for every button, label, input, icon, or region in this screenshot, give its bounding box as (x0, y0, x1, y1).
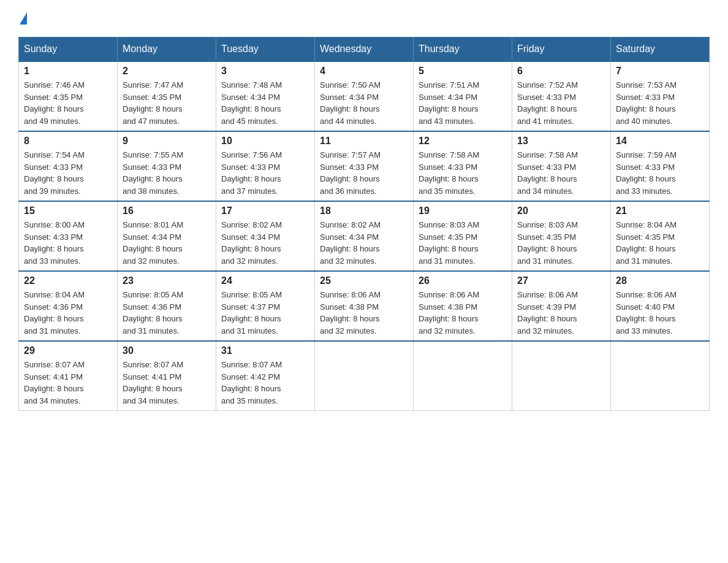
calendar-cell: 6 Sunrise: 7:52 AM Sunset: 4:33 PM Dayli… (512, 61, 611, 131)
column-header-monday: Monday (118, 37, 216, 62)
day-info: Sunrise: 7:50 AM Sunset: 4:34 PM Dayligh… (320, 79, 408, 127)
calendar-cell: 11 Sunrise: 7:57 AM Sunset: 4:33 PM Dayl… (315, 131, 414, 201)
day-number: 26 (419, 275, 507, 286)
day-info: Sunrise: 8:03 AM Sunset: 4:35 PM Dayligh… (517, 219, 605, 267)
calendar-cell: 15 Sunrise: 8:00 AM Sunset: 4:33 PM Dayl… (19, 201, 118, 271)
day-info: Sunrise: 8:06 AM Sunset: 4:39 PM Dayligh… (517, 289, 605, 337)
day-number: 12 (419, 136, 507, 147)
day-info: Sunrise: 8:04 AM Sunset: 4:35 PM Dayligh… (616, 219, 704, 267)
day-number: 25 (320, 275, 408, 286)
week-row-5: 29 Sunrise: 8:07 AM Sunset: 4:41 PM Dayl… (19, 341, 710, 411)
logo (18, 12, 28, 25)
day-info: Sunrise: 8:05 AM Sunset: 4:36 PM Dayligh… (123, 289, 211, 337)
day-number: 27 (517, 275, 605, 286)
day-info: Sunrise: 8:01 AM Sunset: 4:34 PM Dayligh… (123, 219, 211, 267)
day-info: Sunrise: 7:56 AM Sunset: 4:33 PM Dayligh… (221, 149, 309, 197)
day-number: 17 (221, 205, 309, 216)
day-number: 18 (320, 205, 408, 216)
day-number: 24 (221, 275, 309, 286)
day-info: Sunrise: 7:51 AM Sunset: 4:34 PM Dayligh… (419, 79, 507, 127)
day-info: Sunrise: 7:58 AM Sunset: 4:33 PM Dayligh… (419, 149, 507, 197)
day-number: 2 (123, 66, 211, 77)
day-info: Sunrise: 7:52 AM Sunset: 4:33 PM Dayligh… (517, 79, 605, 127)
day-info: Sunrise: 8:02 AM Sunset: 4:34 PM Dayligh… (320, 219, 408, 267)
day-number: 13 (517, 136, 605, 147)
day-info: Sunrise: 8:06 AM Sunset: 4:38 PM Dayligh… (419, 289, 507, 337)
day-number: 7 (616, 66, 704, 77)
day-number: 15 (24, 205, 112, 216)
calendar-cell: 17 Sunrise: 8:02 AM Sunset: 4:34 PM Dayl… (216, 201, 315, 271)
day-number: 3 (221, 66, 309, 77)
calendar-cell (512, 341, 611, 411)
day-info: Sunrise: 8:04 AM Sunset: 4:36 PM Dayligh… (24, 289, 112, 337)
calendar-cell: 14 Sunrise: 7:59 AM Sunset: 4:33 PM Dayl… (611, 131, 710, 201)
calendar-cell: 21 Sunrise: 8:04 AM Sunset: 4:35 PM Dayl… (611, 201, 710, 271)
calendar-cell: 31 Sunrise: 8:07 AM Sunset: 4:42 PM Dayl… (216, 341, 315, 411)
day-info: Sunrise: 7:47 AM Sunset: 4:35 PM Dayligh… (123, 79, 211, 127)
week-row-2: 8 Sunrise: 7:54 AM Sunset: 4:33 PM Dayli… (19, 131, 710, 201)
calendar-cell: 19 Sunrise: 8:03 AM Sunset: 4:35 PM Dayl… (414, 201, 512, 271)
week-row-4: 22 Sunrise: 8:04 AM Sunset: 4:36 PM Dayl… (19, 271, 710, 341)
page-header (18, 12, 710, 25)
day-info: Sunrise: 8:07 AM Sunset: 4:42 PM Dayligh… (221, 359, 309, 407)
day-info: Sunrise: 7:53 AM Sunset: 4:33 PM Dayligh… (616, 79, 704, 127)
calendar-cell: 13 Sunrise: 7:58 AM Sunset: 4:33 PM Dayl… (512, 131, 611, 201)
calendar-cell: 2 Sunrise: 7:47 AM Sunset: 4:35 PM Dayli… (118, 61, 216, 131)
calendar-cell: 20 Sunrise: 8:03 AM Sunset: 4:35 PM Dayl… (512, 201, 611, 271)
logo-triangle-icon (20, 12, 27, 25)
day-number: 19 (419, 205, 507, 216)
day-number: 20 (517, 205, 605, 216)
column-header-tuesday: Tuesday (216, 37, 315, 62)
calendar-cell: 9 Sunrise: 7:55 AM Sunset: 4:33 PM Dayli… (118, 131, 216, 201)
day-info: Sunrise: 7:55 AM Sunset: 4:33 PM Dayligh… (123, 149, 211, 197)
calendar-cell: 22 Sunrise: 8:04 AM Sunset: 4:36 PM Dayl… (19, 271, 118, 341)
calendar-cell: 18 Sunrise: 8:02 AM Sunset: 4:34 PM Dayl… (315, 201, 414, 271)
week-row-3: 15 Sunrise: 8:00 AM Sunset: 4:33 PM Dayl… (19, 201, 710, 271)
day-info: Sunrise: 7:54 AM Sunset: 4:33 PM Dayligh… (24, 149, 112, 197)
day-info: Sunrise: 8:07 AM Sunset: 4:41 PM Dayligh… (24, 359, 112, 407)
day-number: 31 (221, 345, 309, 356)
calendar-cell: 25 Sunrise: 8:06 AM Sunset: 4:38 PM Dayl… (315, 271, 414, 341)
calendar-cell: 16 Sunrise: 8:01 AM Sunset: 4:34 PM Dayl… (118, 201, 216, 271)
calendar-cell: 28 Sunrise: 8:06 AM Sunset: 4:40 PM Dayl… (611, 271, 710, 341)
day-info: Sunrise: 8:06 AM Sunset: 4:40 PM Dayligh… (616, 289, 704, 337)
calendar-cell: 7 Sunrise: 7:53 AM Sunset: 4:33 PM Dayli… (611, 61, 710, 131)
calendar-cell: 23 Sunrise: 8:05 AM Sunset: 4:36 PM Dayl… (118, 271, 216, 341)
day-number: 21 (616, 205, 704, 216)
day-info: Sunrise: 7:58 AM Sunset: 4:33 PM Dayligh… (517, 149, 605, 197)
day-info: Sunrise: 8:07 AM Sunset: 4:41 PM Dayligh… (123, 359, 211, 407)
day-number: 11 (320, 136, 408, 147)
day-number: 22 (24, 275, 112, 286)
day-number: 5 (419, 66, 507, 77)
calendar-cell: 27 Sunrise: 8:06 AM Sunset: 4:39 PM Dayl… (512, 271, 611, 341)
calendar-cell: 5 Sunrise: 7:51 AM Sunset: 4:34 PM Dayli… (414, 61, 512, 131)
column-header-thursday: Thursday (414, 37, 512, 62)
calendar-cell: 29 Sunrise: 8:07 AM Sunset: 4:41 PM Dayl… (19, 341, 118, 411)
calendar-cell (611, 341, 710, 411)
calendar-cell: 24 Sunrise: 8:05 AM Sunset: 4:37 PM Dayl… (216, 271, 315, 341)
day-number: 9 (123, 136, 211, 147)
day-number: 14 (616, 136, 704, 147)
day-number: 8 (24, 136, 112, 147)
day-number: 16 (123, 205, 211, 216)
calendar-cell: 8 Sunrise: 7:54 AM Sunset: 4:33 PM Dayli… (19, 131, 118, 201)
calendar-cell: 12 Sunrise: 7:58 AM Sunset: 4:33 PM Dayl… (414, 131, 512, 201)
day-number: 30 (123, 345, 211, 356)
calendar-cell: 10 Sunrise: 7:56 AM Sunset: 4:33 PM Dayl… (216, 131, 315, 201)
calendar-table: SundayMondayTuesdayWednesdayThursdayFrid… (18, 37, 710, 411)
calendar-cell: 30 Sunrise: 8:07 AM Sunset: 4:41 PM Dayl… (118, 341, 216, 411)
day-info: Sunrise: 8:05 AM Sunset: 4:37 PM Dayligh… (221, 289, 309, 337)
day-info: Sunrise: 7:59 AM Sunset: 4:33 PM Dayligh… (616, 149, 704, 197)
day-number: 29 (24, 345, 112, 356)
day-info: Sunrise: 7:48 AM Sunset: 4:34 PM Dayligh… (221, 79, 309, 127)
day-info: Sunrise: 8:00 AM Sunset: 4:33 PM Dayligh… (24, 219, 112, 267)
calendar-cell: 3 Sunrise: 7:48 AM Sunset: 4:34 PM Dayli… (216, 61, 315, 131)
day-number: 10 (221, 136, 309, 147)
calendar-header-row: SundayMondayTuesdayWednesdayThursdayFrid… (19, 37, 710, 62)
day-info: Sunrise: 7:46 AM Sunset: 4:35 PM Dayligh… (24, 79, 112, 127)
day-number: 23 (123, 275, 211, 286)
day-info: Sunrise: 7:57 AM Sunset: 4:33 PM Dayligh… (320, 149, 408, 197)
day-info: Sunrise: 8:06 AM Sunset: 4:38 PM Dayligh… (320, 289, 408, 337)
day-info: Sunrise: 8:03 AM Sunset: 4:35 PM Dayligh… (419, 219, 507, 267)
day-info: Sunrise: 8:02 AM Sunset: 4:34 PM Dayligh… (221, 219, 309, 267)
